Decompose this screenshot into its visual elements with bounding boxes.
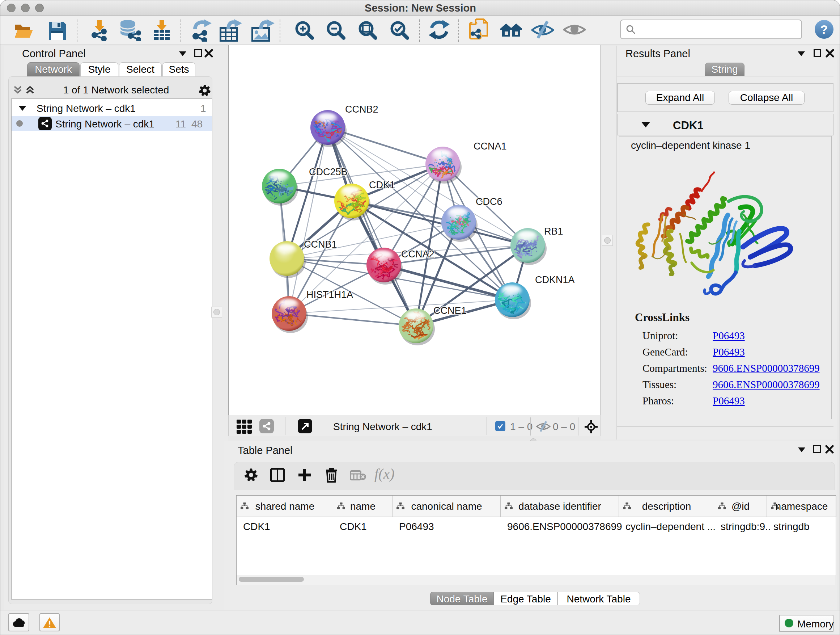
svg-text:RB1: RB1	[544, 226, 563, 237]
svg-text:CCNB1: CCNB1	[304, 239, 337, 250]
svg-text:CDK1: CDK1	[369, 180, 395, 190]
svg-text:CDKN1A: CDKN1A	[535, 274, 575, 285]
svg-text:CCNA2: CCNA2	[401, 249, 434, 260]
svg-text:CCNB2: CCNB2	[345, 104, 378, 115]
svg-text:CCNA1: CCNA1	[474, 141, 507, 152]
svg-text:CDC6: CDC6	[476, 196, 502, 207]
svg-text:CDC25B: CDC25B	[309, 166, 347, 177]
svg-text:CCNE1: CCNE1	[433, 305, 467, 316]
svg-text:HIST1H1A: HIST1H1A	[306, 289, 353, 300]
